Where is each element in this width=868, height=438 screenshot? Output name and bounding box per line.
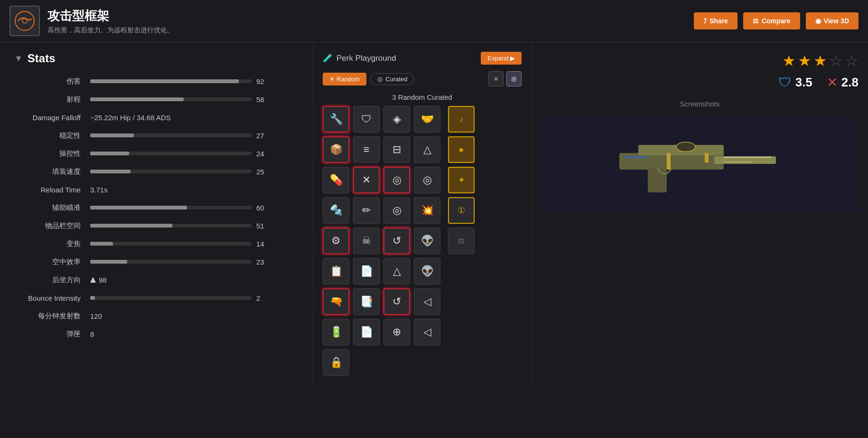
perk-col-5: ♪ ● ✦ ① ⊡ bbox=[448, 106, 475, 376]
perk-playground-panel: 🧪 Perk Playground Expand ▶ ✕ Random ◎ Cu… bbox=[313, 42, 532, 385]
perk-item-4-3[interactable]: ◎ bbox=[414, 167, 440, 193]
stat-value: 51 bbox=[256, 222, 275, 230]
stat-row: 操控性24 bbox=[14, 147, 299, 160]
stat-row: 空中效率23 bbox=[14, 255, 299, 268]
perk-item-3-6[interactable]: △ bbox=[383, 258, 410, 285]
perk-item-5-4[interactable]: ① bbox=[448, 197, 475, 224]
perk-item-4-5[interactable]: 👽 bbox=[414, 228, 440, 254]
stat-label: 射程 bbox=[14, 95, 90, 104]
stat-row: 稳定性27 bbox=[14, 129, 299, 142]
perk-item-3-1[interactable]: ◈ bbox=[383, 106, 410, 133]
star-rating: ★ ★ ★ ☆ ☆ bbox=[782, 52, 859, 70]
cube-icon: ◉ bbox=[815, 17, 821, 25]
perk-item-1-8[interactable]: 🔋 bbox=[323, 319, 349, 345]
stats-rows: 伤害92射程58Damage Falloff~25.22m Hip / 34.6… bbox=[14, 75, 299, 341]
perk-item-2-4[interactable]: ✏ bbox=[353, 197, 380, 224]
perk-item-3-8[interactable]: ⊕ bbox=[383, 319, 410, 345]
perk-item-2-1[interactable]: 🛡 bbox=[353, 106, 380, 133]
score-section: 🛡 3.5 ✕ 2.8 bbox=[778, 75, 859, 90]
svg-point-8 bbox=[676, 142, 695, 152]
perk-item-3-4[interactable]: ◎ bbox=[383, 197, 410, 224]
list-view-button[interactable]: ≡ bbox=[488, 71, 504, 86]
recoil-value: 98 bbox=[99, 276, 118, 284]
stat-text: ~25.22m Hip / 34.68 ADS bbox=[90, 114, 171, 122]
perk-col-2: 🛡 ≡ ✕ ✏ ☠ 📄 📑 📄 bbox=[353, 106, 380, 376]
perk-item-2-6[interactable]: 📄 bbox=[353, 258, 380, 285]
share-button[interactable]: ⤴ Share bbox=[694, 12, 737, 29]
svg-rect-6 bbox=[667, 153, 671, 170]
expand-button[interactable]: Expand ▶ bbox=[481, 52, 522, 65]
random-icon: ✕ bbox=[329, 76, 335, 83]
perk-item-2-3[interactable]: ✕ bbox=[353, 167, 380, 193]
grid-view-button[interactable]: ⊞ bbox=[506, 71, 522, 86]
stat-row: Reload Time3.71s bbox=[14, 183, 299, 196]
chevron-icon: ▼ bbox=[14, 54, 23, 64]
random-toggle[interactable]: ✕ Random bbox=[323, 73, 366, 86]
perk-item-1-9[interactable]: 🔒 bbox=[323, 349, 349, 376]
perk-item-4-4[interactable]: 💥 bbox=[414, 197, 440, 224]
stat-bar-container bbox=[90, 97, 252, 101]
perk-item-3-3[interactable]: ◎ bbox=[383, 167, 410, 193]
recoil-wrap: 98 bbox=[90, 276, 118, 284]
perk-item-4-2[interactable]: △ bbox=[414, 136, 440, 163]
stat-bar-container bbox=[90, 206, 252, 209]
perk-header: 🧪 Perk Playground Expand ▶ bbox=[323, 52, 522, 65]
stat-value: 58 bbox=[256, 95, 275, 104]
stats-header: ▼ Stats bbox=[14, 52, 299, 65]
perk-item-1-3[interactable]: 💊 bbox=[323, 167, 349, 193]
stat-bar bbox=[90, 97, 184, 101]
perk-item-5-1[interactable]: ♪ bbox=[448, 106, 475, 133]
stat-bar bbox=[90, 79, 239, 83]
stat-label: Bounce Intensity bbox=[14, 294, 90, 302]
perk-item-4-1[interactable]: 🤝 bbox=[414, 106, 440, 133]
perk-item-3-7[interactable]: ↺ bbox=[383, 288, 410, 315]
share-icon: ⤴ bbox=[703, 17, 707, 25]
svg-rect-9 bbox=[624, 156, 648, 158]
perk-item-1-6[interactable]: 📋 bbox=[323, 258, 349, 285]
perk-item-1-2[interactable]: 📦 bbox=[323, 136, 349, 163]
perk-item-2-8[interactable]: 📄 bbox=[353, 319, 380, 345]
perk-item-1-1[interactable]: 🔧 bbox=[323, 106, 349, 133]
screenshots-label: Screenshots bbox=[541, 100, 859, 108]
perk-item-2-5[interactable]: ☠ bbox=[353, 228, 380, 254]
perk-item-4-8[interactable]: ◁ bbox=[414, 319, 440, 345]
weapon-image bbox=[610, 127, 790, 203]
view3d-button[interactable]: ◉ View 3D bbox=[806, 12, 859, 29]
stat-label: Reload Time bbox=[14, 186, 90, 194]
perk-item-1-4[interactable]: 🔩 bbox=[323, 197, 349, 224]
stat-label: 填装速度 bbox=[14, 167, 90, 176]
perk-item-1-5[interactable]: ⚙ bbox=[323, 228, 349, 254]
perk-item-2-7[interactable]: 📑 bbox=[353, 288, 380, 315]
perk-item-3-5[interactable]: ↺ bbox=[383, 228, 410, 254]
stat-label: 物品栏空间 bbox=[14, 221, 90, 230]
flask-icon: 🧪 bbox=[323, 53, 333, 63]
main-content: ▼ Stats 伤害92射程58Damage Falloff~25.22m Hi… bbox=[0, 42, 868, 385]
top-actions: ⤴ Share ⚖ Compare ◉ View 3D bbox=[694, 12, 859, 29]
star-3: ★ bbox=[813, 52, 827, 70]
stat-label: Damage Falloff bbox=[14, 114, 90, 122]
weapon-image-container bbox=[541, 117, 859, 212]
perk-item-4-7[interactable]: ◁ bbox=[414, 288, 440, 315]
perk-item-1-7[interactable]: 🔫 bbox=[323, 288, 349, 315]
stat-value: 60 bbox=[256, 204, 275, 212]
star-2: ★ bbox=[798, 52, 812, 70]
stat-text: 8 bbox=[90, 330, 94, 338]
curated-icon: ◎ bbox=[377, 76, 383, 83]
stat-row: 变焦14 bbox=[14, 237, 299, 250]
compare-button[interactable]: ⚖ Compare bbox=[743, 12, 800, 29]
perk-item-4-6[interactable]: 👽 bbox=[414, 258, 440, 285]
perk-item-5-3[interactable]: ✦ bbox=[448, 167, 475, 193]
perk-item-5-2[interactable]: ● bbox=[448, 136, 475, 163]
craft-score-value: 2.8 bbox=[841, 75, 859, 90]
stat-bar bbox=[90, 133, 134, 137]
compare-icon: ⚖ bbox=[753, 17, 759, 25]
svg-point-1 bbox=[22, 19, 27, 23]
perk-item-5-5[interactable]: ⊡ bbox=[448, 228, 475, 254]
curated-badge[interactable]: ◎ Curated bbox=[370, 73, 414, 85]
perk-item-2-2[interactable]: ≡ bbox=[353, 136, 380, 163]
perk-item-3-2[interactable]: ⊟ bbox=[383, 136, 410, 163]
stat-row: 射程58 bbox=[14, 93, 299, 106]
stat-text: 3.71s bbox=[90, 186, 108, 194]
stat-label: 稳定性 bbox=[14, 131, 90, 140]
stat-label: 空中效率 bbox=[14, 257, 90, 267]
